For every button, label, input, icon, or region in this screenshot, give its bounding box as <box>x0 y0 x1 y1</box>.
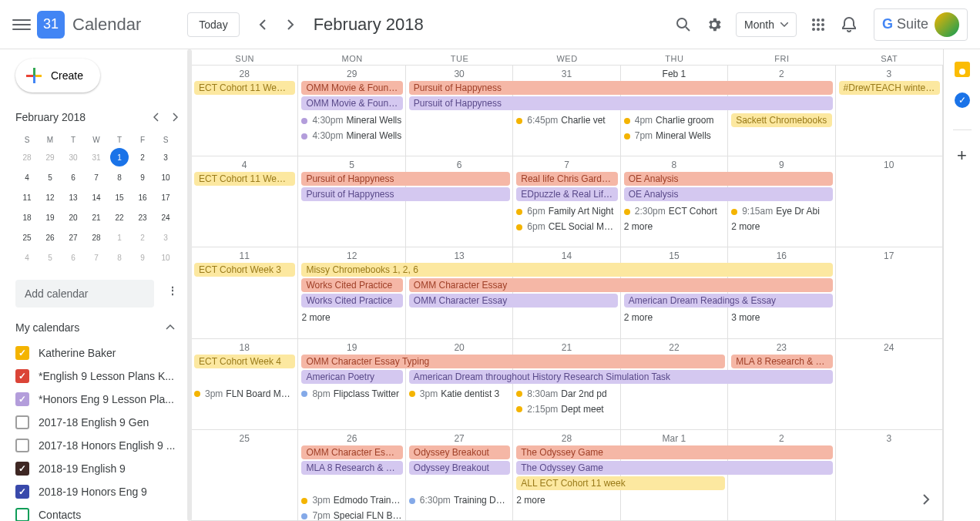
calendar-event[interactable]: 6pmFamily Art Night <box>516 204 616 218</box>
calendar-event[interactable]: OE Analysis <box>624 172 833 186</box>
mini-day[interactable]: 18 <box>18 208 36 227</box>
mini-day[interactable]: 10 <box>156 248 175 267</box>
mini-day[interactable]: 3 <box>156 228 175 247</box>
search-button[interactable] <box>668 9 699 40</box>
calendar-event[interactable]: 3pmKatie dentist 3 <box>409 387 509 401</box>
mini-day[interactable]: 11 <box>18 188 36 207</box>
calendar-event[interactable]: 4:30pmMineral Wells <box>301 113 401 127</box>
mini-day[interactable]: 5 <box>41 168 59 187</box>
calendar-event[interactable]: 2:15pmDept meet <box>516 402 616 416</box>
day-cell[interactable]: 2 <box>728 430 835 520</box>
next-period-button[interactable] <box>277 11 304 39</box>
keep-addon-icon[interactable] <box>955 62 970 77</box>
day-cell[interactable]: 24 <box>836 339 943 429</box>
day-cell[interactable]: 198pmFlipclass Twitter <box>298 339 405 429</box>
day-cell[interactable]: 203pmKatie dentist 3 <box>406 339 513 429</box>
calendar-event[interactable]: ECT Cohort 11 Week 2 <box>194 172 295 186</box>
day-cell[interactable]: 28 <box>191 66 298 156</box>
day-cell[interactable]: Mar 1 <box>621 430 728 520</box>
mini-day[interactable]: 28 <box>87 228 106 247</box>
calendar-event[interactable]: ECT Cohort Week 3 <box>194 263 295 277</box>
mini-day[interactable]: 30 <box>64 148 82 166</box>
calendar-event[interactable]: MLA 8 Research & Writing <box>731 355 832 368</box>
mini-day[interactable]: 19 <box>41 208 59 227</box>
mini-calendar[interactable]: SMTWTFS282930311234567891011121314151617… <box>15 133 177 267</box>
tasks-addon-icon[interactable]: ✓ <box>955 92 970 108</box>
mini-day[interactable]: 15 <box>110 188 129 207</box>
mini-day[interactable]: 1 <box>110 148 129 166</box>
calendar-checkbox[interactable] <box>15 508 29 521</box>
side-panel-toggle[interactable] <box>915 489 937 510</box>
calendar-checkbox[interactable] <box>15 369 29 383</box>
calendar-event[interactable]: Real life Chris Gardner <box>516 172 617 186</box>
mini-day[interactable]: 16 <box>133 188 152 207</box>
mini-day[interactable]: 24 <box>156 208 175 227</box>
calendar-event[interactable]: American Dream Readings & Essay <box>624 294 833 308</box>
calendar-event[interactable]: OE Analysis <box>624 187 833 201</box>
day-cell[interactable]: 218:30amDar 2nd pd2:15pmDept meet <box>513 339 620 429</box>
day-cell[interactable]: 294:30pmMineral Wells4:30pmMineral Wells <box>298 66 405 156</box>
calendar-event[interactable]: Missy Chromebooks 1, 2, 6 <box>301 263 832 277</box>
mini-day[interactable]: 8 <box>110 168 129 187</box>
sidebar-scrollbar[interactable] <box>187 49 192 521</box>
mini-day[interactable]: 26 <box>41 228 59 247</box>
more-events-link[interactable]: 2 more <box>301 311 401 324</box>
day-cell[interactable]: 23 <box>728 339 835 429</box>
notifications-button[interactable] <box>834 9 864 40</box>
calendar-list-item[interactable]: 2017-18 English 9 Gen <box>15 411 184 434</box>
day-cell[interactable]: 14 <box>513 247 620 338</box>
calendar-event[interactable]: EDpuzzle & Real Life Chris <box>516 187 617 201</box>
day-cell[interactable]: 17 <box>836 247 943 338</box>
calendar-checkbox[interactable] <box>15 392 29 406</box>
apps-button[interactable] <box>803 9 834 40</box>
calendar-event[interactable]: ALL ECT Cohort 11 week <box>516 476 725 490</box>
mini-day[interactable]: 3 <box>156 148 175 166</box>
mini-day[interactable]: 2 <box>133 228 152 247</box>
day-cell[interactable]: 316:45pmCharlie vet <box>513 66 620 156</box>
mini-day[interactable]: 2 <box>133 148 152 166</box>
settings-button[interactable] <box>699 9 730 40</box>
more-events-link[interactable]: 3 more <box>731 311 831 324</box>
day-cell[interactable]: 13 <box>406 247 513 338</box>
calendar-event[interactable]: OMM Movie & Found Poetry <box>301 96 402 110</box>
calendar-event[interactable]: 3pmEdmodo Training <box>301 493 401 507</box>
day-cell[interactable]: 183pmFLN Board Meeting <box>191 339 298 429</box>
day-cell[interactable]: 163 more <box>728 247 835 338</box>
day-cell[interactable]: 282 more <box>513 430 620 520</box>
day-cell[interactable]: 2Sackett Chromebooks <box>728 66 835 156</box>
previous-period-button[interactable] <box>249 11 277 39</box>
calendar-list-item[interactable]: 2018-19 English 9 <box>15 457 184 480</box>
mini-day[interactable]: 29 <box>41 148 59 166</box>
mini-next-button[interactable] <box>166 108 184 126</box>
calendar-event[interactable]: 4pmCharlie groom <box>624 113 724 127</box>
day-cell[interactable]: 152 more <box>621 247 728 338</box>
mini-day[interactable]: 13 <box>64 188 82 207</box>
calendar-event[interactable]: Odyssey Breakout <box>409 461 510 475</box>
mini-day[interactable]: 22 <box>110 208 129 227</box>
calendar-checkbox[interactable] <box>15 346 29 360</box>
mini-day[interactable]: 25 <box>18 228 36 247</box>
calendar-event[interactable]: #DrewTEACH winter conference <box>839 81 940 95</box>
calendar-event[interactable]: 7pmSpecial FLN Board <box>301 509 401 520</box>
calendar-event[interactable]: 9:15amEye Dr Abi <box>731 204 831 218</box>
calendar-event[interactable]: Sackett Chromebooks <box>731 113 831 127</box>
calendar-event[interactable]: ECT Cohort Week 4 <box>194 355 295 368</box>
calendar-event[interactable]: OMM Movie & Found Poetry <box>301 81 402 95</box>
mini-day[interactable]: 9 <box>133 248 152 267</box>
day-cell[interactable]: 22 <box>621 339 728 429</box>
view-selector[interactable]: Month <box>736 12 797 37</box>
mini-day[interactable]: 17 <box>156 188 175 207</box>
calendar-list-item[interactable]: Contacts <box>15 503 184 521</box>
day-cell[interactable]: Feb 14pmCharlie groom7pmMineral Wells <box>621 66 728 156</box>
day-cell[interactable]: 10 <box>836 156 943 247</box>
calendar-list-item[interactable]: 2017-18 Honors English 9 ... <box>15 434 184 457</box>
calendar-event[interactable]: Pursuit of Happyness <box>301 187 510 201</box>
mini-day[interactable]: 6 <box>64 248 82 267</box>
mini-day[interactable]: 20 <box>64 208 82 227</box>
calendar-checkbox[interactable] <box>15 415 29 429</box>
mini-prev-button[interactable] <box>147 108 166 126</box>
more-events-link[interactable]: 2 more <box>731 220 831 234</box>
day-cell[interactable]: 4 <box>191 156 298 247</box>
day-cell[interactable]: 30 <box>406 66 513 156</box>
mini-day[interactable]: 6 <box>64 168 82 187</box>
